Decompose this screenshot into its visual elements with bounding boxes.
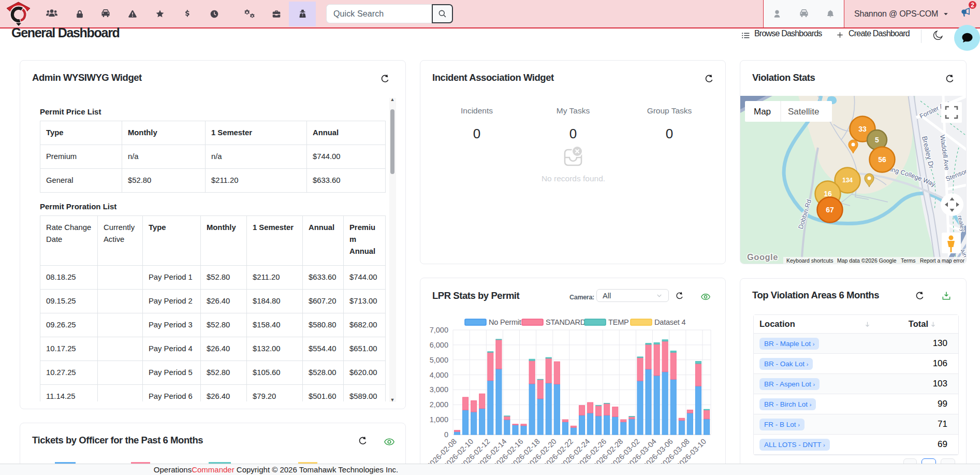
svg-text:1,000: 1,000: [430, 415, 448, 424]
svg-text:0: 0: [444, 430, 448, 439]
svg-text:Dataset 4: Dataset 4: [654, 318, 685, 326]
svg-text:67: 67: [826, 206, 834, 214]
svg-text:Google: Google: [747, 252, 778, 262]
svg-text:4,000: 4,000: [430, 371, 448, 379]
svg-text:Satellite: Satellite: [788, 107, 819, 117]
svg-text:No Permit: No Permit: [489, 318, 521, 326]
svg-text:Terms: Terms: [901, 257, 916, 264]
svg-text:5: 5: [875, 136, 879, 144]
svg-text:33: 33: [858, 125, 867, 133]
svg-text:7,000: 7,000: [430, 326, 448, 334]
svg-text:5,000: 5,000: [430, 356, 448, 364]
svg-text:56: 56: [878, 155, 886, 164]
svg-text:Keyboard shortcuts: Keyboard shortcuts: [786, 257, 833, 264]
svg-text:TEMP: TEMP: [608, 318, 628, 326]
svg-text:Report a map error: Report a map error: [920, 258, 965, 264]
svg-text:Map: Map: [754, 107, 771, 117]
svg-text:Map data ©2026 Google: Map data ©2026 Google: [837, 257, 897, 264]
svg-text:3,000: 3,000: [430, 385, 448, 394]
svg-text:STANDARD: STANDARD: [546, 318, 586, 326]
svg-text:6,000: 6,000: [430, 341, 448, 349]
svg-text:2,000: 2,000: [430, 400, 448, 409]
svg-text:134: 134: [842, 177, 853, 184]
